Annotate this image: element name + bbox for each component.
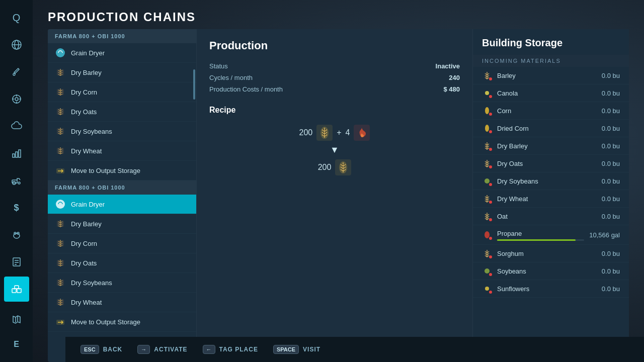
chain-item-dry-oats-2[interactable]: Dry Oats [48, 253, 196, 273]
recipe-output-icon [335, 159, 351, 175]
esc-key: ESC [80, 345, 99, 354]
sidebar-item-tools[interactable] [4, 59, 29, 84]
recipe-plus: + [337, 128, 341, 137]
grain-icon [55, 86, 66, 98]
sidebar-item-wheel[interactable] [4, 86, 29, 112]
grain-icon [55, 238, 66, 249]
sidebar-item-map[interactable] [4, 307, 29, 332]
storage-item-icon [482, 123, 492, 133]
storage-item-info: Barley [497, 71, 597, 80]
chain-item-dry-barley-2[interactable]: Dry Barley [48, 214, 196, 234]
storage-item-value: 0.0 bu [602, 213, 620, 220]
svg-rect-10 [13, 154, 15, 157]
visit-label: VISIT [303, 346, 320, 353]
grain-icon [55, 218, 66, 229]
stat-row-cycles: Cycles / month 240 [209, 74, 460, 81]
sidebar-item-production[interactable] [4, 277, 29, 302]
storage-item-bar [497, 239, 584, 241]
sidebar-item-tractor[interactable] [4, 168, 29, 193]
storage-item-value: 0.0 bu [602, 250, 620, 257]
chain-item-dry-corn-1[interactable]: Dry Corn [48, 82, 196, 102]
chain-group-header-1: FARMA 800 + OBI 1000 [48, 29, 196, 43]
recipe-fire-icon [354, 125, 370, 141]
recipe-title: Recipe [209, 106, 460, 115]
chain-item-dry-barley-1[interactable]: Dry Barley [48, 63, 196, 82]
grain-icon [55, 67, 66, 78]
chain-label: Dry Barley [71, 220, 102, 228]
svg-point-49 [485, 125, 489, 132]
storage-list-item: Corn 0.0 bu [473, 102, 629, 120]
storage-item-name: Propane [497, 230, 522, 237]
chain-label: Dry Soybeans [71, 279, 112, 287]
storage-list-item: Soybeans 0.0 bu [473, 262, 629, 280]
chain-item-dry-soybeans-2[interactable]: Dry Soybeans [48, 273, 196, 293]
chain-item-dryer-1[interactable]: Grain Dryer [48, 43, 196, 63]
status-dot [489, 130, 492, 133]
svg-point-53 [485, 287, 489, 291]
storage-list-item: Oat 0.0 bu [473, 208, 629, 225]
grain-icon [55, 126, 66, 137]
activate-button[interactable]: → ACTIVATE [137, 345, 187, 354]
sidebar: Q $ E [0, 0, 33, 362]
recipe-output-amount: 200 [318, 163, 332, 172]
storage-item-icon [482, 106, 492, 116]
sidebar-item-tasks[interactable] [4, 249, 29, 275]
e-icon: E [14, 340, 19, 349]
svg-rect-25 [15, 286, 19, 289]
storage-item-icon [482, 284, 492, 294]
sidebar-item-animals[interactable] [4, 222, 29, 247]
chain-item-dry-wheat-1[interactable]: Dry Wheat [48, 141, 196, 161]
chain-item-dry-soybeans-1[interactable]: Dry Soybeans [48, 122, 196, 141]
storage-item-info: Propane [497, 229, 584, 241]
storage-item-value: 0.0 bu [602, 72, 620, 79]
sidebar-item-chart[interactable] [4, 141, 29, 166]
esc-back-button[interactable]: ESC BACK [80, 345, 122, 354]
storage-item-icon [482, 141, 492, 151]
storage-item-info: Soybeans [497, 266, 597, 276]
content-area: FARMA 800 + OBI 1000 Grain Dryer Dry Bar… [33, 29, 644, 362]
chain-item-dry-wheat-2[interactable]: Dry Wheat [48, 293, 196, 312]
storage-list: Barley 0.0 bu Canola 0.0 bu Corn 0.0 bu [473, 67, 629, 362]
production-panel: Production Status Inactive Cycles / mont… [196, 29, 473, 362]
storage-item-icon [482, 70, 492, 80]
sidebar-item-dollar[interactable]: $ [4, 195, 29, 220]
storage-item-info: Canola [497, 88, 597, 98]
sidebar-item-e[interactable]: E [4, 332, 29, 357]
storage-item-info: Sorghum [497, 249, 597, 258]
stat-value-status: Inactive [436, 62, 460, 70]
chain-item-dry-corn-2[interactable]: Dry Corn [48, 234, 196, 253]
grain-icon [55, 297, 66, 308]
move-icon [55, 165, 66, 176]
storage-item-icon [482, 248, 492, 258]
chain-item-move-output-2[interactable]: Move to Output Storage [48, 312, 196, 332]
chain-label: Dry Soybeans [71, 128, 112, 135]
storage-item-name: Dry Wheat [497, 195, 528, 203]
chain-item-move-output-1[interactable]: Move to Output Storage [48, 161, 196, 180]
storage-item-info: Corn [497, 106, 597, 115]
sidebar-item-weather[interactable] [4, 114, 29, 139]
visit-button[interactable]: SPACE VISIT [273, 345, 320, 354]
chain-group-header-2: FARMA 800 + OBI 1000 [48, 180, 196, 195]
storage-item-name: Dried Corn [497, 125, 529, 132]
sidebar-item-globe[interactable] [4, 32, 29, 57]
svg-point-3 [13, 73, 15, 75]
storage-list-item: Dry Wheat 0.0 bu [473, 190, 629, 208]
sidebar-item-q[interactable]: Q [4, 5, 29, 30]
recipe-arrow: ▼ [330, 145, 339, 155]
scrollbar-thumb[interactable] [193, 69, 195, 100]
chains-panel[interactable]: FARMA 800 + OBI 1000 Grain Dryer Dry Bar… [48, 29, 196, 362]
recipe-input-amount: 200 [299, 128, 313, 137]
status-dot [489, 148, 492, 151]
storage-item-info: Dry Soybeans [497, 176, 597, 186]
recipe-section: Recipe 200 + 4 ▼ [209, 106, 460, 175]
stat-row-costs: Production Costs / month $ 480 [209, 85, 460, 93]
tag-place-button[interactable]: ← TAG PLACE [203, 345, 258, 354]
storage-list-item: Propane 10,566 gal [473, 225, 629, 245]
stat-row-status: Status Inactive [209, 62, 460, 70]
svg-rect-11 [16, 152, 18, 157]
grain-icon [55, 277, 66, 288]
chain-label: Dry Corn [71, 88, 97, 96]
bottom-bar: ESC BACK → ACTIVATE ← TAG PLACE SPACE VI… [65, 337, 644, 362]
chain-item-dry-oats-1[interactable]: Dry Oats [48, 102, 196, 122]
chain-item-dryer-2[interactable]: Grain Dryer [48, 195, 196, 214]
